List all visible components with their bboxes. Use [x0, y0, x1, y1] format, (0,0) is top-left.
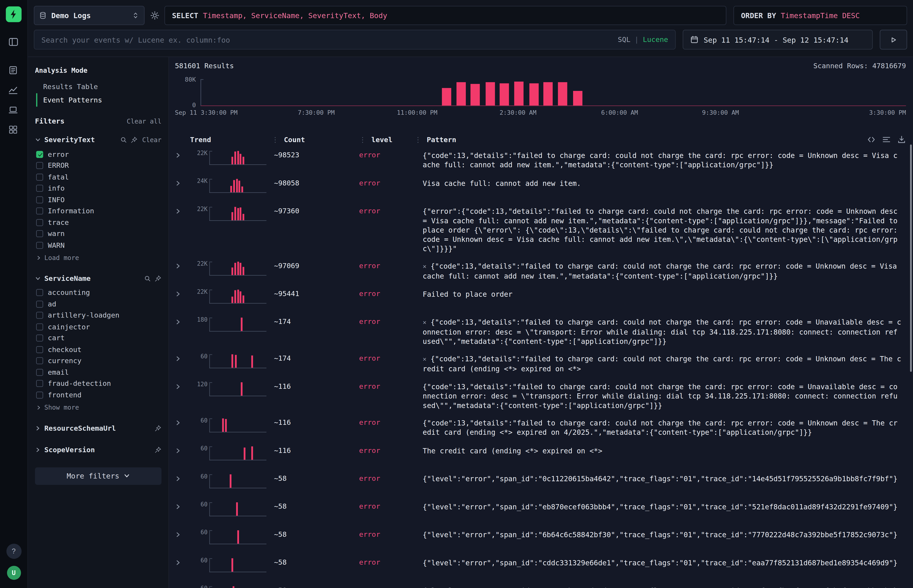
chart-bar[interactable]	[442, 88, 451, 105]
pin-icon[interactable]	[154, 425, 162, 431]
row-expander-icon[interactable]	[175, 417, 190, 428]
filter-group-header[interactable]: ServiceName	[35, 271, 162, 285]
search-logs-icon[interactable]	[8, 64, 19, 76]
row-expander-icon[interactable]	[175, 289, 190, 299]
user-avatar[interactable]: U	[7, 566, 21, 580]
more-filters-button[interactable]: More filters	[35, 467, 162, 485]
pattern-cell[interactable]: {"level":"error","span_id":"334357bae9ed…	[414, 585, 906, 588]
chart-bar[interactable]	[558, 82, 567, 106]
filter-option-error[interactable]: error	[35, 149, 162, 160]
filter-group-header[interactable]: SeverityTextClear	[35, 133, 162, 147]
chart-bar[interactable]	[573, 90, 582, 106]
filter-option-information[interactable]: Information	[35, 205, 162, 217]
filter-option-fatal[interactable]: fatal	[35, 171, 162, 183]
analysis-mode-results-table[interactable]: Results Table	[36, 80, 162, 93]
column-resize-handle[interactable]	[272, 136, 279, 144]
pattern-cell[interactable]: {"code":13,"details":"failed to charge c…	[414, 381, 906, 410]
clear-filter-button[interactable]: Clear	[142, 136, 162, 144]
filter-option-cainjector[interactable]: cainjector	[35, 321, 162, 333]
pattern-cell[interactable]: {"error":{"code":13,"details":"failed to…	[414, 205, 906, 254]
run-query-button[interactable]	[880, 30, 907, 49]
pattern-cell[interactable]: Visa cache full: cannot add new item.	[414, 178, 906, 188]
pin-icon[interactable]	[154, 275, 162, 282]
dismiss-icon[interactable]: ×	[423, 263, 427, 270]
filter-option-trace[interactable]: trace	[35, 217, 162, 228]
pattern-cell[interactable]: ×{"code":13,"details":"failed to charge …	[414, 353, 906, 373]
row-expander-icon[interactable]	[175, 585, 190, 588]
filter-group-header[interactable]: ResourceSchemaUrl	[35, 421, 162, 435]
filter-option-frontend[interactable]: frontend	[35, 389, 162, 401]
row-expander-icon[interactable]	[175, 557, 190, 568]
search-icon[interactable]	[120, 136, 127, 144]
chart-bar[interactable]	[515, 81, 524, 106]
code-view-icon[interactable]	[867, 135, 876, 144]
filter-option-info[interactable]: INFO	[35, 194, 162, 205]
filter-option-currency[interactable]: currency	[35, 355, 162, 367]
filter-option-ad[interactable]: ad	[35, 298, 162, 310]
filter-option-fraud-detection[interactable]: fraud-detection	[35, 378, 162, 389]
filter-option-email[interactable]: email	[35, 367, 162, 378]
pin-icon[interactable]	[131, 136, 138, 144]
chart-bar[interactable]	[529, 83, 539, 105]
pattern-cell[interactable]: {"level":"error","span_id":"6b64c6c58842…	[414, 529, 906, 540]
pattern-cell[interactable]: The credit card (ending <*> expired on <…	[414, 445, 906, 456]
row-expander-icon[interactable]	[175, 501, 190, 512]
chart-bar[interactable]	[486, 82, 495, 106]
row-expander-icon[interactable]	[175, 260, 190, 271]
app-logo-icon[interactable]	[6, 6, 21, 22]
filter-option-error[interactable]: ERROR	[35, 160, 162, 171]
pattern-cell[interactable]: {"code":13,"details":"failed to charge c…	[414, 417, 906, 437]
pattern-cell[interactable]: {"level":"error","span_id":"cddc331329e6…	[414, 557, 906, 568]
pattern-cell[interactable]: Failed to place order	[414, 289, 906, 299]
filter-option-accounting[interactable]: accounting	[35, 287, 162, 298]
row-expander-icon[interactable]	[175, 529, 190, 540]
row-expander-icon[interactable]	[175, 473, 190, 483]
vertical-scrollbar[interactable]	[910, 145, 912, 372]
column-header-trend[interactable]: Trend	[190, 136, 272, 144]
pin-icon[interactable]	[154, 446, 162, 453]
chart-bar[interactable]	[543, 82, 553, 106]
pattern-cell[interactable]: {"level":"error","span_id":"0c11220615ba…	[414, 473, 906, 483]
filter-option-warn[interactable]: WARN	[35, 240, 162, 251]
pattern-cell[interactable]: ×{"code":13,"details":"failed to charge …	[414, 317, 906, 346]
chart-bar[interactable]	[456, 82, 466, 106]
source-select[interactable]: Demo Logs	[34, 6, 144, 25]
column-resize-handle[interactable]	[359, 136, 366, 144]
chart-explorer-icon[interactable]	[8, 84, 19, 95]
date-range-picker[interactable]: Sep 11 15:47:14 - Sep 12 15:47:14	[683, 30, 873, 49]
filter-group-header[interactable]: ScopeVersion	[35, 443, 162, 457]
column-header-pattern[interactable]: Pattern	[414, 136, 906, 144]
row-density-icon[interactable]	[882, 135, 891, 144]
filter-option-info[interactable]: info	[35, 183, 162, 194]
column-header-count[interactable]: Count	[272, 136, 359, 144]
search-icon[interactable]	[144, 275, 151, 282]
chart-bar[interactable]	[500, 83, 509, 105]
column-header-level[interactable]: level	[359, 136, 414, 144]
dismiss-icon[interactable]: ×	[423, 319, 427, 326]
dismiss-icon[interactable]: ×	[423, 355, 427, 363]
dashboards-icon[interactable]	[8, 124, 19, 135]
filter-option-checkout[interactable]: checkout	[35, 344, 162, 355]
panel-toggle-icon[interactable]	[8, 36, 19, 48]
search-input[interactable]	[42, 36, 618, 44]
row-expander-icon[interactable]	[175, 317, 190, 327]
column-resize-handle[interactable]	[414, 136, 422, 144]
pattern-cell[interactable]: ×{"code":13,"details":"failed to charge …	[414, 260, 906, 281]
show-more-link[interactable]: Show more	[35, 402, 162, 414]
mode-sql[interactable]: SQL	[618, 36, 630, 44]
analysis-mode-event-patterns[interactable]: Event Patterns	[36, 93, 162, 107]
settings-gear-icon[interactable]	[145, 6, 164, 25]
filter-option-warn[interactable]: warn	[35, 228, 162, 239]
sessions-icon[interactable]	[8, 104, 19, 115]
pattern-cell[interactable]: {"code":13,"details":"failed to charge c…	[414, 150, 906, 170]
order-by-input[interactable]: ORDER BY TimestampTime DESC	[733, 6, 907, 25]
row-expander-icon[interactable]	[175, 150, 190, 160]
help-button[interactable]: ?	[6, 544, 21, 559]
mode-lucene[interactable]: Lucene	[643, 36, 668, 44]
sql-select-input[interactable]: SELECT Timestamp, ServiceName, SeverityT…	[164, 6, 726, 25]
chart-bar[interactable]	[471, 84, 480, 105]
row-expander-icon[interactable]	[175, 381, 190, 391]
row-expander-icon[interactable]	[175, 353, 190, 363]
filter-option-artillery-loadgen[interactable]: artillery-loadgen	[35, 310, 162, 321]
pattern-cell[interactable]: {"level":"error","span_id":"eb870ecef063…	[414, 501, 906, 512]
